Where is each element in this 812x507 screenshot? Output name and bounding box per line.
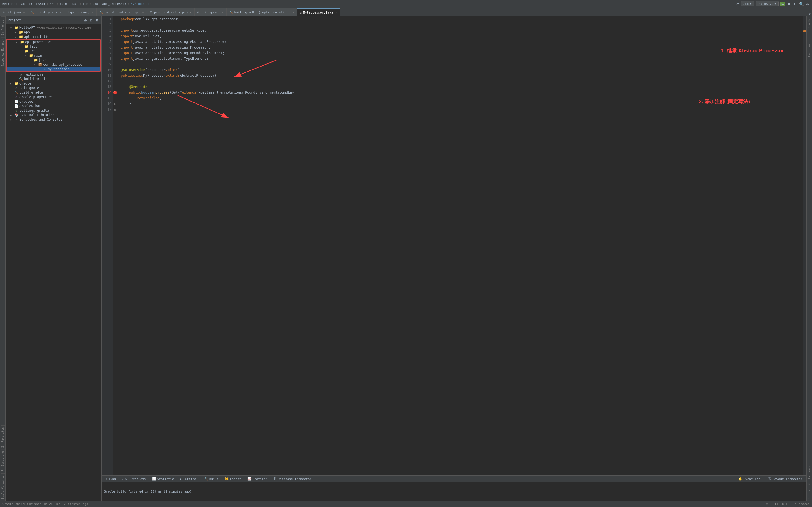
autosize-btn[interactable]: AutoSize ▾ xyxy=(756,1,779,6)
indentation[interactable]: 4 spaces xyxy=(795,502,810,506)
tree-item-java[interactable]: ▾ 📁 java xyxy=(7,58,100,62)
tree-item-apt-processor[interactable]: ▾ 📁 apt-processor xyxy=(7,40,100,44)
device-explorer-label[interactable]: Device File Explorer xyxy=(807,463,811,501)
tree-item-gradle-props[interactable]: ⚙ gradle.properties xyxy=(6,95,101,99)
tab-gitignore[interactable]: ⚙ .gitignore × xyxy=(195,8,226,16)
tab-close-gitignore[interactable]: × xyxy=(222,11,223,14)
tab-build[interactable]: 🔨 Build xyxy=(202,476,221,481)
tab-build-apt[interactable]: 🔨 build.gradle (:apt-processor) × xyxy=(28,8,97,16)
gradle-panel-label[interactable]: Gradle xyxy=(807,16,811,30)
tree-item-package[interactable]: ▾ 📦 com.lkx.apt_processor xyxy=(7,62,100,67)
tree-item-src[interactable]: ▾ 📁 src xyxy=(7,49,100,53)
tree-item-helloApt[interactable]: ▾ 📁 HelloAPT ~/AndroidStudioProjects/Hel… xyxy=(6,25,101,30)
sidebar-title: Project ▾ xyxy=(8,18,24,22)
code-area[interactable]: package com.lkx.apt_processor; import co… xyxy=(118,16,806,475)
sidebar-title-label: Project xyxy=(8,18,21,22)
code-line-1: package com.lkx.apt_processor; xyxy=(121,16,804,22)
resource-manager-label[interactable]: Resource Manager xyxy=(1,37,5,68)
tabs-overflow[interactable]: ▾ xyxy=(808,11,812,16)
settings-button[interactable]: ⚙ xyxy=(805,2,810,6)
sidebar-dropdown-icon[interactable]: ▾ xyxy=(22,18,24,22)
stop-button[interactable]: ⏹ xyxy=(787,2,791,6)
sidebar-settings-icon[interactable]: ⚙ xyxy=(89,18,93,22)
gutter-15 xyxy=(113,95,117,101)
tree-item-gradlew-bat[interactable]: 📄 gradlew.bat xyxy=(6,104,101,108)
tab-layout-inspector[interactable]: 🖼 Layout Inspector xyxy=(765,476,805,481)
tab-database[interactable]: 🗄 Database Inspector xyxy=(271,476,314,481)
tab-todo[interactable]: ☑ TODO xyxy=(103,476,119,481)
tab-myprocessor[interactable]: ☕ MyProcessor.java × xyxy=(297,8,340,16)
run-config-btn[interactable]: app ▾ xyxy=(741,1,754,6)
tree-label-buildgradle1: build.gradle xyxy=(23,77,47,81)
tab-logcat[interactable]: 🐱 Logcat xyxy=(222,476,244,481)
code-content[interactable]: 1 2 3 4 5 6 7 8 9 10 11 12 13 14 15 16 1… xyxy=(102,16,806,475)
statistic-icon: 📊 xyxy=(152,477,156,481)
breadcrumb-main[interactable]: main xyxy=(59,2,67,6)
tree-item-ext-libs[interactable]: ▸ 📚 External Libraries xyxy=(6,113,101,117)
build-variants-label[interactable]: Build Variants xyxy=(1,473,5,501)
tab-close-build-annotation[interactable]: × xyxy=(292,11,294,14)
tab-close-myprocessor[interactable]: × xyxy=(335,11,337,14)
tree-item-apt-annotation[interactable]: ▸ 📁 apt-annotation xyxy=(6,35,101,39)
structure-label[interactable]: 7: Structure xyxy=(1,449,5,473)
gradlew-bat-icon: 📄 xyxy=(14,104,19,108)
run-button[interactable]: ▶ xyxy=(780,2,785,6)
project-panel-label[interactable]: 1: Project xyxy=(1,16,5,37)
tab-close-proguard[interactable]: × xyxy=(190,11,192,14)
tab-terminal[interactable]: ▶ Terminal xyxy=(177,476,201,481)
favorites-label[interactable]: 2: Favorites xyxy=(1,425,5,449)
tab-close-build-app[interactable]: × xyxy=(142,11,144,14)
tree-item-buildgradle1[interactable]: 🔨 build.gradle xyxy=(6,77,101,81)
tree-item-settings-gradle[interactable]: ⚙ settings.gradle xyxy=(6,108,101,113)
breadcrumb-project[interactable]: HelloAPT xyxy=(2,2,17,6)
java-file-icon: ☕ xyxy=(42,67,47,71)
tab-label-build-annotation: build.gradle (:apt-annotation) xyxy=(234,10,290,14)
tab-build-app[interactable]: 🔨 build.gradle (:app) × xyxy=(97,8,147,16)
main-area: 1: Project Resource Manager 2: Favorites… xyxy=(0,16,812,501)
tree-item-myprocessor[interactable]: ☕ MyProcessor xyxy=(7,67,100,71)
tab-profiler[interactable]: 📈 Profiler xyxy=(245,476,270,481)
tab-event-log[interactable]: 🔔 Event Log xyxy=(736,476,763,481)
left-tool-strip: 1: Project Resource Manager 2: Favorites… xyxy=(0,16,6,501)
tab-proguard[interactable]: 🛡 proguard-rules.pro × xyxy=(147,8,195,16)
vcs-icon[interactable]: ⎇ xyxy=(735,2,739,6)
gutter-16: ⊟ xyxy=(113,101,117,107)
gutter-14[interactable]: 🔴 xyxy=(113,90,117,95)
tree-label-gitignore1: .gitignore xyxy=(23,72,44,76)
breadcrumb-com[interactable]: com xyxy=(83,2,88,6)
tree-item-main[interactable]: ▾ 📁 main xyxy=(7,53,100,58)
tree-item-buildgradle-root[interactable]: 🔨 build.gradle xyxy=(6,90,101,95)
tree-label-package: com.lkx.apt_processor xyxy=(42,63,84,66)
tree-item-gitignore-root[interactable]: ⚙ .gitignore xyxy=(6,86,101,90)
code-line-6: import javax.annotation.processing.Proce… xyxy=(121,45,804,50)
search-button[interactable]: 🔍 xyxy=(799,2,804,6)
tree-item-libs[interactable]: 📁 libs xyxy=(7,44,100,49)
tab-problems[interactable]: ⚠ 6: Problems xyxy=(119,476,148,481)
autosize-label: AutoSize xyxy=(758,2,773,6)
line-ending[interactable]: LF xyxy=(775,502,779,506)
chevron-right-icon-scratches: ▸ xyxy=(10,118,14,121)
breadcrumb-java[interactable]: java xyxy=(71,2,79,6)
chevron-right-icon-extlibs: ▸ xyxy=(10,114,14,117)
tab-label-build-app: build.gradle (:app) xyxy=(104,10,140,14)
breadcrumb-apt-processor[interactable]: apt-processor xyxy=(21,2,46,6)
tree-item-scratches[interactable]: ▸ ✏ Scratches and Consoles xyxy=(6,117,101,122)
tree-item-gradlew[interactable]: 📄 gradlew xyxy=(6,99,101,104)
tree-item-gitignore1[interactable]: ⚙ .gitignore xyxy=(6,72,101,77)
sidebar-collapse-icon[interactable]: ⊟ xyxy=(95,18,99,22)
sidebar-locate-icon[interactable]: ◎ xyxy=(83,18,88,22)
tab-build-annotation[interactable]: 🔨 build.gradle (:apt-annotation) × xyxy=(226,8,297,16)
emulator-panel-label[interactable]: Emulator xyxy=(807,42,811,59)
breadcrumb-pkg[interactable]: apt_processor xyxy=(102,2,126,6)
tab-it-java[interactable]: ☕ .it.java × xyxy=(0,8,28,16)
tree-item-app[interactable]: ▸ 📁 app xyxy=(6,30,101,35)
tree-item-gradle[interactable]: ▸ 📁 gradle xyxy=(6,81,101,86)
encoding[interactable]: UTF-8 xyxy=(782,502,792,506)
tab-close-build-apt[interactable]: × xyxy=(92,11,94,14)
sync-button[interactable]: ↻ xyxy=(793,2,797,6)
cursor-position[interactable]: 9:1 xyxy=(766,502,772,506)
breadcrumb-lkx[interactable]: lkx xyxy=(93,2,98,6)
tab-close-it[interactable]: × xyxy=(23,11,25,14)
tab-statistic[interactable]: 📊 Statistic xyxy=(149,476,177,481)
breadcrumb-src[interactable]: src xyxy=(50,2,55,6)
